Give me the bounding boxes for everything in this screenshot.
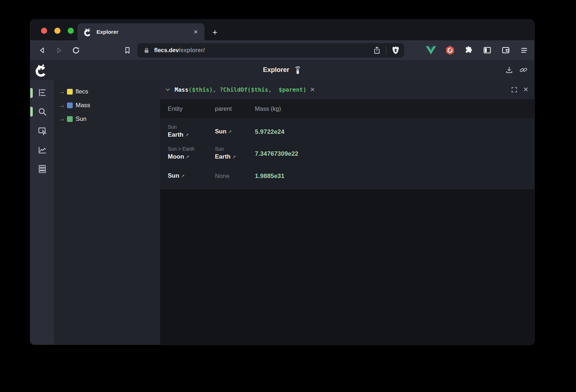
inspector-panel-button[interactable]	[37, 126, 47, 136]
browser-window: Explorer ✕ +	[30, 20, 534, 345]
entity-tree-panel: → flecs → Mass → Sun	[54, 80, 160, 345]
tree-item-label[interactable]: Sun	[76, 115, 86, 123]
query-panel-button[interactable]	[37, 106, 47, 117]
entity-swatch	[67, 116, 73, 122]
table-row: Sun Earth↗ Sun↗ 5.9722e24	[160, 119, 534, 146]
hexagon-extension-icon	[445, 45, 455, 55]
parent-none: None	[215, 172, 255, 181]
parent-cell: None	[215, 172, 255, 181]
entity-path: Sun	[168, 124, 215, 130]
vue-devtools-button[interactable]	[426, 46, 436, 55]
reload-button[interactable]	[72, 46, 81, 55]
active-indicator	[30, 107, 33, 117]
tree-item-mass[interactable]: → Mass	[58, 99, 160, 112]
commands-icon	[37, 164, 47, 174]
query-expression[interactable]: Mass($this), ?ChildOf($this, $parent)	[175, 86, 306, 93]
query-separator: ,	[268, 86, 275, 93]
tab-close-icon[interactable]: ✕	[192, 28, 199, 36]
browser-toolbar: flecs.dev/explorer/	[30, 40, 534, 60]
brave-shield-icon	[391, 46, 400, 55]
query-titlebar: Mass($this), ?ChildOf($this, $parent) ✕ …	[160, 80, 534, 99]
mass-value: 1.9885e31	[255, 173, 534, 180]
tree-item-sun[interactable]: → Sun	[58, 112, 160, 126]
collapse-chevron-icon[interactable]	[165, 86, 171, 93]
expand-arrow-icon[interactable]: →	[58, 115, 66, 123]
minimize-window-button[interactable]	[54, 28, 60, 34]
new-tab-button[interactable]: +	[212, 28, 217, 37]
component-swatch	[67, 102, 73, 108]
column-header-mass: Mass (kg)	[255, 105, 534, 112]
mass-value: 7.34767309e22	[255, 150, 534, 158]
address-bar[interactable]: flecs.dev/explorer/	[138, 43, 404, 58]
mass-value: 5.9722e24	[255, 128, 534, 136]
commands-panel-button[interactable]	[37, 164, 47, 174]
entity-cell: Sun↗	[168, 171, 215, 181]
extensions-menu-button[interactable]	[464, 46, 473, 55]
tree-icon	[37, 88, 47, 97]
extension-hexagon-button[interactable]	[445, 45, 455, 55]
url-path: /explorer/	[179, 47, 205, 54]
module-swatch	[67, 89, 73, 95]
fullscreen-icon	[511, 86, 518, 93]
tab-explorer[interactable]: Explorer ✕	[77, 23, 204, 40]
browser-menu-button[interactable]	[520, 46, 528, 55]
table-row: Sun > Earth Moon↗ Sun Earth↗ 7.34767309e…	[160, 146, 534, 168]
external-link-icon: ↗	[232, 154, 236, 160]
table-row: Sun↗ None 1.9885e31	[160, 168, 534, 189]
forward-button[interactable]	[55, 46, 64, 55]
url-domain: flecs.dev	[154, 47, 179, 54]
download-button[interactable]	[505, 66, 513, 74]
fullscreen-button[interactable]	[511, 86, 518, 93]
tree-item-flecs[interactable]: → flecs	[58, 85, 160, 99]
explorer-header: Explorer	[30, 60, 534, 80]
external-link-icon: ↗	[185, 154, 189, 160]
entity-link[interactable]: Earth↗	[168, 130, 215, 140]
query-panel: Mass($this), ?ChildOf($this, $parent) ✕ …	[160, 80, 534, 189]
divider	[386, 46, 386, 55]
tree-panel-button[interactable]	[37, 87, 47, 97]
entity-link[interactable]: Sun↗	[168, 171, 215, 181]
entity-path: Sun > Earth	[168, 146, 215, 152]
query-separator: ,	[213, 86, 220, 93]
bookmark-button[interactable]	[123, 46, 132, 55]
back-button[interactable]	[38, 46, 47, 55]
link-icon	[519, 66, 528, 74]
close-window-button[interactable]	[41, 28, 47, 34]
external-link-icon: ↗	[181, 173, 185, 179]
tree-item-label[interactable]: flecs	[76, 88, 88, 95]
brave-shields-button[interactable]	[391, 46, 400, 55]
clear-query-icon[interactable]: ✕	[310, 86, 315, 94]
wallet-button[interactable]	[501, 46, 510, 55]
external-link-icon: ↗	[185, 132, 189, 138]
inspector-icon	[37, 126, 47, 136]
tab-strip: Explorer ✕ +	[30, 20, 534, 40]
parent-path: Sun	[215, 146, 255, 152]
forward-icon	[55, 46, 63, 54]
sidebar-toggle-button[interactable]	[483, 46, 492, 55]
sidebar-icon	[483, 46, 492, 55]
zoom-window-button[interactable]	[68, 28, 74, 34]
share-link-button[interactable]	[519, 66, 528, 74]
expand-arrow-icon[interactable]: →	[58, 102, 66, 109]
results-table-header: Entity parent Mass (kg)	[160, 99, 534, 119]
share-button[interactable]	[373, 46, 381, 55]
vue-icon	[426, 46, 436, 55]
entity-link[interactable]: Moon↗	[168, 152, 215, 162]
remote-connection-icon	[294, 65, 302, 75]
puzzle-icon	[464, 46, 473, 55]
tab-title: Explorer	[96, 29, 192, 35]
expand-arrow-icon[interactable]: →	[58, 88, 66, 95]
extension-icons	[426, 45, 528, 55]
stats-panel-button[interactable]	[37, 145, 47, 155]
parent-link[interactable]: Earth↗	[215, 152, 255, 162]
query-term: ($this)	[189, 86, 213, 93]
close-panel-icon[interactable]: ✕	[523, 86, 528, 94]
results-table-body: Sun Earth↗ Sun↗ 5.9722e24 Sun > Earth Mo…	[160, 119, 534, 189]
tree-item-label[interactable]: Mass	[76, 102, 90, 109]
query-term: Mass	[175, 86, 189, 93]
query-term: $parent)	[275, 86, 306, 93]
icon-rail	[30, 80, 54, 345]
parent-link[interactable]: Sun↗	[215, 127, 255, 137]
bookmark-icon	[123, 46, 131, 54]
active-indicator	[30, 88, 33, 98]
